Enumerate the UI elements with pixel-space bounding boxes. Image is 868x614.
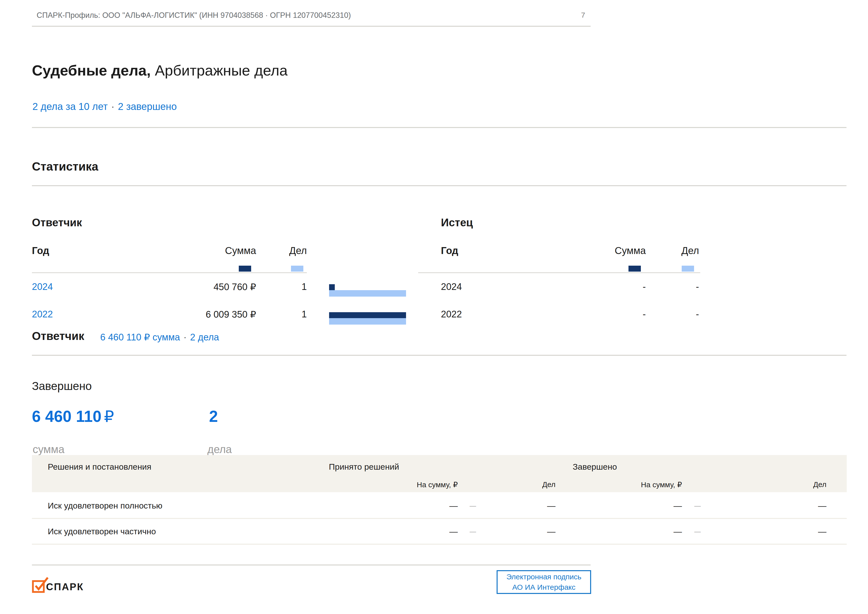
cases-legend-swatch — [682, 266, 694, 272]
finished-sum-label: сумма — [33, 443, 64, 455]
decision-sum-subdash: — — [470, 502, 476, 510]
sum-legend-swatch — [628, 266, 641, 272]
cases-bar-2022 — [329, 318, 406, 325]
finished-sum-value: 6 460 110 — [32, 407, 101, 425]
decisions-group-accepted: Принято решений — [315, 462, 414, 472]
decision-row-label: Иск удовлетворен полностью — [48, 501, 162, 510]
plaintiff-table-divider — [418, 272, 700, 273]
finished-heading: Завершено — [32, 379, 92, 393]
decision-sum-dash: — — [383, 527, 458, 536]
defendant-sum-value: 450 760 ₽ — [173, 281, 256, 292]
page-title-bold: Судебные дела, — [32, 62, 151, 79]
decision-sum-dash: — — [608, 501, 682, 510]
decision-cases-dash: — — [777, 501, 826, 510]
decisions-sub-cases-finished: Дел — [777, 480, 826, 489]
decision-cases-dash: — — [506, 527, 555, 536]
decision-sum-subdash: — — [694, 502, 701, 510]
decision-sum-dash: — — [608, 527, 682, 536]
header-divider — [32, 26, 591, 27]
defendant-col-sum: Сумма — [195, 245, 256, 256]
decisions-sub-sum-accepted: На сумму, ₽ — [383, 480, 458, 489]
spark-logo-text: СПАРК — [46, 581, 84, 592]
decisions-sub-sum-finished: На сумму, ₽ — [608, 480, 682, 489]
page-number: 7 — [564, 11, 585, 19]
decisions-col-label: Решения и постановления — [48, 462, 152, 472]
finished-cases-label: дела — [207, 443, 232, 455]
plaintiff-col-sum: Сумма — [585, 245, 646, 256]
cases-bar-2024 — [329, 290, 406, 297]
ruble-sign: ₽ — [104, 407, 114, 425]
defendant-col-cases: Дел — [270, 245, 307, 256]
signature-line1: Электронная подпись — [498, 572, 590, 582]
defendant-total-cases-link[interactable]: 2 дела — [190, 332, 219, 342]
cases-legend-swatch — [291, 266, 303, 272]
plaintiff-sum-value: - — [585, 309, 646, 320]
link-separator-dot: · — [183, 332, 186, 342]
defendant-col-year: Год — [32, 245, 49, 256]
plaintiff-col-year: Год — [441, 245, 458, 256]
plaintiff-year: 2024 — [441, 281, 462, 292]
sum-legend-swatch — [239, 266, 251, 272]
finished-sum: 6 460 110₽ — [32, 407, 114, 426]
decision-sum-subdash: — — [694, 528, 701, 536]
plaintiff-table-heading: Истец — [441, 216, 473, 229]
plaintiff-cases-value: - — [662, 309, 699, 320]
decisions-group-finished: Завершено — [546, 462, 644, 472]
decisions-sub-cases-accepted: Дел — [506, 480, 555, 489]
defendant-cases-value: 1 — [270, 281, 307, 292]
decision-sum-subdash: — — [470, 528, 476, 536]
statistics-divider — [32, 185, 846, 186]
electronic-signature-button[interactable]: Электронная подпись АО ИА Интерфакс — [497, 570, 591, 594]
defendant-total-links: 6 460 110 ₽ сумма·2 дела — [100, 332, 219, 343]
plaintiff-sum-value: - — [585, 281, 646, 292]
decision-cases-dash: — — [506, 501, 555, 510]
statistics-heading: Статистика — [32, 160, 98, 173]
defendant-sum-value: 6 009 350 ₽ — [173, 309, 256, 320]
signature-line2: АО ИА Интерфакс — [498, 582, 590, 592]
plaintiff-col-cases: Дел — [662, 245, 699, 256]
defendant-table-divider — [32, 272, 307, 273]
table-bottom-separator — [32, 544, 847, 545]
sum-bar-2024 — [329, 284, 335, 290]
defendant-total-sum-link[interactable]: 6 460 110 ₽ сумма — [100, 332, 180, 342]
defendant-cases-value: 1 — [270, 309, 307, 320]
section-divider-top — [32, 127, 846, 128]
defendant-year-link[interactable]: 2024 — [32, 281, 53, 292]
decision-cases-dash: — — [777, 527, 826, 536]
document-header-title: СПАРК-Профиль: ООО "АЛЬФА-ЛОГИСТИК" (ИНН… — [37, 11, 351, 20]
totals-divider — [32, 355, 846, 356]
row-separator — [32, 518, 847, 519]
plaintiff-year: 2022 — [441, 309, 462, 320]
plaintiff-cases-value: - — [662, 281, 699, 292]
sum-bar-2022 — [329, 312, 406, 318]
defendant-year-link[interactable]: 2022 — [32, 309, 53, 320]
spark-report-page: СПАРК-Профиль: ООО "АЛЬФА-ЛОГИСТИК" (ИНН… — [0, 0, 868, 614]
footer-divider — [32, 564, 591, 566]
defendant-table-heading: Ответчик — [32, 216, 82, 229]
decision-row-label: Иск удовлетворен частично — [48, 527, 156, 536]
cases-finished-link[interactable]: 2 завершено — [118, 101, 177, 112]
page-title-regular: Арбитражные дела — [151, 62, 288, 79]
page-title: Судебные дела, Арбитражные дела — [32, 62, 288, 79]
finished-cases-value: 2 — [209, 407, 218, 426]
decision-sum-dash: — — [383, 501, 458, 510]
cases-summary-links: 2 дела за 10 лет·2 завершено — [33, 101, 177, 112]
defendant-total-heading: Ответчик — [32, 329, 84, 343]
link-separator-dot: · — [111, 101, 114, 112]
cases-total-link[interactable]: 2 дела за 10 лет — [33, 101, 108, 112]
